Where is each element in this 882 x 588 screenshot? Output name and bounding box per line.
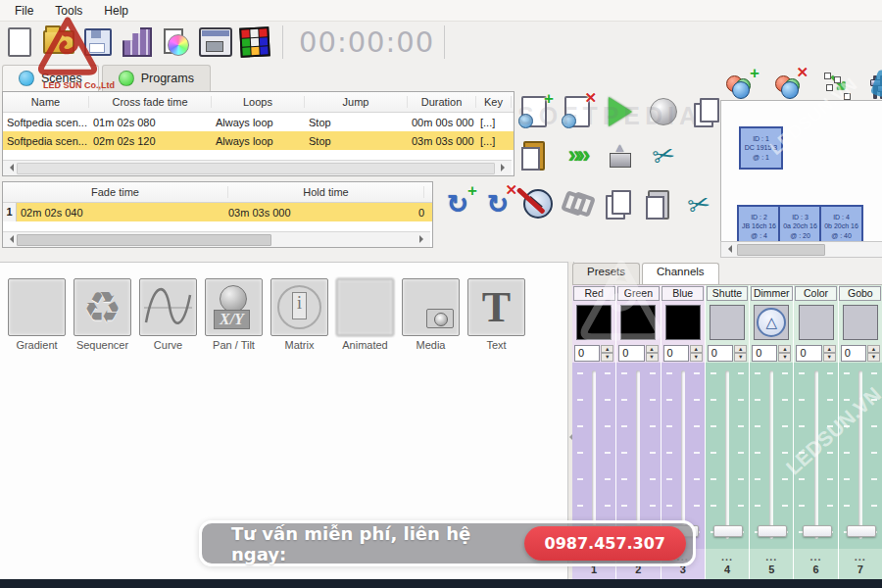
open-project-icon[interactable]	[41, 24, 76, 60]
color-palette-icon[interactable]	[159, 24, 194, 60]
menu-tools[interactable]: Tools	[44, 2, 93, 20]
channel-fader[interactable]	[706, 363, 749, 549]
col-duration[interactable]: Duration	[408, 96, 476, 108]
scene-table-scrollbar[interactable]	[3, 160, 512, 175]
channel-options-button[interactable]: ...	[706, 549, 749, 564]
channel-value-spinner[interactable]: 0▲▼	[706, 343, 749, 363]
effect-curve[interactable]: Curve	[138, 278, 198, 351]
scrollbar-thumb[interactable]	[17, 163, 495, 174]
play-icon[interactable]	[603, 94, 638, 129]
effect-label: Gradient	[16, 339, 57, 351]
delete-fixture-icon[interactable]: ✕	[771, 69, 807, 104]
scene-row[interactable]: Softpedia scen...02m 02s 120Always loopS…	[3, 131, 514, 150]
channel-options-button[interactable]: ...	[750, 549, 793, 564]
channel-swatch[interactable]	[843, 305, 878, 340]
scene-table-header[interactable]: Name Cross fade time Loops Jump Duration…	[3, 92, 514, 113]
copy-step-icon[interactable]	[601, 186, 636, 221]
fader-thumb[interactable]	[803, 525, 832, 537]
patch-grid-icon[interactable]	[120, 24, 155, 60]
tab-channels[interactable]: Channels	[642, 263, 719, 284]
fixture-box[interactable]: ID : 1DC 1915 3@ : 1	[739, 126, 783, 170]
channel-value-spinner[interactable]: 0▲▼	[750, 343, 793, 363]
channel-value-spinner[interactable]: 0▲▼	[839, 343, 882, 363]
channel-fader[interactable]	[839, 363, 882, 549]
fader-thumb[interactable]	[758, 525, 787, 537]
move-scene-icon[interactable]: »»	[560, 137, 595, 172]
channel-swatch[interactable]	[576, 305, 612, 340]
scrollbar-thumb[interactable]	[737, 244, 825, 256]
effect-sequencer[interactable]: Sequencer	[73, 278, 132, 351]
col-hold-time[interactable]: Hold time	[228, 186, 424, 198]
effect-label: Pan / Tilt	[213, 339, 255, 351]
channel-value-spinner[interactable]: 0▲▼	[794, 343, 837, 363]
new-document-icon[interactable]	[2, 24, 37, 60]
tab-programs[interactable]: Programs	[102, 65, 211, 91]
stop-icon[interactable]	[646, 94, 681, 129]
channel-value-spinner[interactable]: 0▲▼	[616, 343, 660, 363]
col-fade-time[interactable]: Fade time	[3, 186, 228, 198]
scroll-right-icon[interactable]	[501, 164, 509, 172]
step-time-icon[interactable]	[520, 186, 556, 221]
step-row[interactable]: 1 02m 02s 040 03m 03s 000 0	[3, 203, 432, 221]
delete-scene-icon[interactable]: ✕	[560, 94, 595, 129]
tab-programs-label: Programs	[141, 72, 194, 85]
copy-icon[interactable]	[689, 94, 724, 129]
cut-icon[interactable]: ✂	[646, 137, 681, 172]
channel-swatch[interactable]	[620, 305, 656, 340]
save-project-icon[interactable]	[80, 24, 116, 60]
col-key[interactable]: Key	[476, 96, 512, 108]
add-scene-icon[interactable]: +	[516, 94, 552, 129]
scroll-right-icon[interactable]	[419, 235, 427, 243]
effect-animated[interactable]: Animated	[335, 278, 395, 351]
step-table-header[interactable]: Fade time Hold time	[3, 182, 432, 203]
menu-help[interactable]: Help	[93, 2, 139, 20]
effect-label: Media	[416, 339, 446, 351]
scroll-left-icon[interactable]	[6, 164, 14, 172]
effect-media[interactable]: Media	[401, 278, 461, 351]
channel-fader[interactable]	[750, 363, 793, 549]
delete-step-icon[interactable]: ↻✕	[480, 186, 515, 221]
col-cross-fade[interactable]: Cross fade time	[89, 96, 212, 108]
effect-matrix[interactable]: Matrix	[270, 278, 329, 351]
burn-icon[interactable]	[603, 137, 638, 172]
cut-step-icon[interactable]: ✂	[681, 186, 716, 221]
scene-table: Name Cross fade time Loops Jump Duration…	[2, 91, 514, 176]
select-fixture-icon[interactable]: ↘	[820, 69, 856, 104]
fader-thumb[interactable]	[713, 525, 743, 537]
effect-pantilt[interactable]: Pan / Tilt	[204, 278, 264, 351]
fader-thumb[interactable]	[847, 525, 876, 537]
page-tabs: Scenes Programs	[2, 65, 211, 91]
tab-presets[interactable]: Presets	[572, 263, 640, 284]
scrollbar-thumb[interactable]	[17, 234, 271, 246]
scroll-left-icon[interactable]	[6, 235, 14, 243]
tab-scenes[interactable]: Scenes	[2, 65, 99, 91]
col-jump[interactable]: Jump	[305, 96, 408, 108]
paste-icon[interactable]	[516, 137, 552, 172]
channel-swatch[interactable]	[665, 305, 701, 340]
effect-text[interactable]: Text	[466, 278, 526, 351]
channel-value-spinner[interactable]: 0▲▼	[662, 343, 705, 363]
fixture-scrollbar[interactable]	[720, 241, 882, 258]
channel-options-button[interactable]: ...	[839, 549, 882, 564]
channel-value-spinner[interactable]: 0▲▼	[572, 343, 615, 363]
paste-step-icon[interactable]	[641, 186, 676, 221]
fixture-canvas[interactable]: ID : 1DC 1915 3@ : 1ID : 2JB 16ch 16@ : …	[720, 100, 882, 243]
link-steps-icon[interactable]	[561, 186, 596, 221]
col-loops[interactable]: Loops	[212, 96, 305, 108]
add-fixture-icon[interactable]: +	[722, 69, 758, 104]
add-step-icon[interactable]: ↻+	[440, 186, 475, 221]
channel-swatch[interactable]	[710, 305, 745, 340]
menu-file[interactable]: File	[4, 2, 44, 20]
scroll-left-icon[interactable]	[724, 245, 732, 253]
channel-swatch[interactable]	[799, 305, 834, 340]
scene-row[interactable]: Softpedia scen...01m 02s 080Always loopS…	[3, 113, 514, 131]
channel-options-button[interactable]: ...	[794, 549, 837, 564]
effect-gradient[interactable]: Gradient	[7, 278, 67, 351]
hardware-settings-icon[interactable]	[198, 24, 233, 60]
channel-fader[interactable]	[794, 363, 837, 549]
col-name[interactable]: Name	[3, 96, 89, 108]
step-table-scrollbar[interactable]	[3, 231, 430, 247]
channel-swatch[interactable]: △	[754, 305, 789, 340]
3d-cube-icon[interactable]	[237, 24, 272, 60]
phone-button[interactable]: 0987.457.307	[524, 526, 686, 561]
